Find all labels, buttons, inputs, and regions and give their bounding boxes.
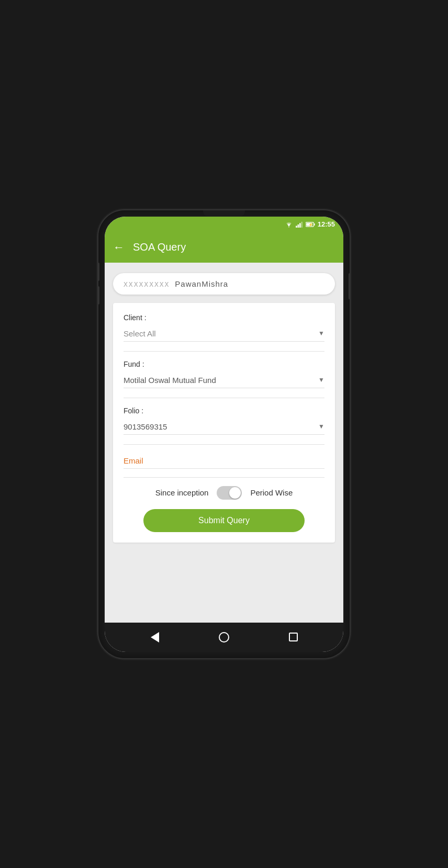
client-label: Client : <box>124 313 324 322</box>
svg-rect-5 <box>314 223 315 225</box>
client-dropdown-arrow: ▼ <box>318 330 324 337</box>
client-select[interactable]: Select All ▼ <box>124 326 324 342</box>
nav-home-button[interactable] <box>214 627 234 648</box>
email-placeholder: Email <box>124 456 143 465</box>
fund-select[interactable]: Motilal Oswal Mutual Fund ▼ <box>124 373 324 388</box>
client-select-value: Select All <box>124 329 156 338</box>
content-area: XXXXXXXXX PawanMishra Client : Select Al… <box>105 263 343 553</box>
wifi-icon <box>285 221 293 228</box>
search-display-text: XXXXXXXXX PawanMishra <box>124 279 228 288</box>
email-field[interactable]: Email <box>124 453 324 469</box>
nav-back-button[interactable] <box>144 627 165 648</box>
period-wise-label: Period Wise <box>250 488 293 497</box>
fund-select-value: Motilal Oswal Mutual Fund <box>124 376 216 385</box>
form-card: Client : Select All ▼ Fund : Motilal Osw… <box>113 303 335 543</box>
app-title: SOA Query <box>133 241 186 253</box>
nav-recents-button[interactable] <box>283 627 304 648</box>
folio-dropdown-arrow: ▼ <box>318 423 324 430</box>
nav-back-icon <box>151 632 159 642</box>
svg-text:⚡: ⚡ <box>308 222 313 227</box>
svg-rect-0 <box>296 226 297 227</box>
signal-icon <box>296 221 303 228</box>
submit-button[interactable]: Submit Query <box>143 509 304 532</box>
client-field: Client : Select All ▼ <box>124 313 324 342</box>
svg-rect-3 <box>301 221 303 227</box>
folio-field: Folio : 9013569315 ▼ <box>124 407 324 435</box>
back-button[interactable]: ← <box>113 241 125 254</box>
toggle-knob <box>229 487 241 499</box>
period-toggle[interactable] <box>217 486 242 500</box>
folio-select[interactable]: 9013569315 ▼ <box>124 419 324 435</box>
nav-recents-icon <box>289 633 298 641</box>
status-time: 12:55 <box>318 220 335 228</box>
svg-rect-1 <box>297 224 299 228</box>
nav-home-icon <box>219 632 229 642</box>
divider-3 <box>124 444 324 445</box>
fund-dropdown-arrow: ▼ <box>318 376 324 384</box>
toggle-row: Since inception Period Wise <box>124 486 324 500</box>
divider-2 <box>124 398 324 398</box>
content-spacer <box>105 553 343 623</box>
search-bar[interactable]: XXXXXXXXX PawanMishra <box>113 273 335 295</box>
app-bar: ← SOA Query <box>105 232 343 263</box>
fund-label: Fund : <box>124 360 324 368</box>
svg-rect-2 <box>299 223 301 228</box>
status-icons: ⚡ 12:55 <box>285 220 335 228</box>
since-inception-label: Since inception <box>155 488 209 497</box>
divider-1 <box>124 351 324 352</box>
fund-field: Fund : Motilal Oswal Mutual Fund ▼ <box>124 360 324 388</box>
folio-select-value: 9013569315 <box>124 422 167 431</box>
battery-icon: ⚡ <box>306 221 315 228</box>
nav-bar <box>105 623 343 652</box>
status-bar: ⚡ 12:55 <box>105 217 343 232</box>
divider-4 <box>124 477 324 478</box>
folio-label: Folio : <box>124 407 324 415</box>
